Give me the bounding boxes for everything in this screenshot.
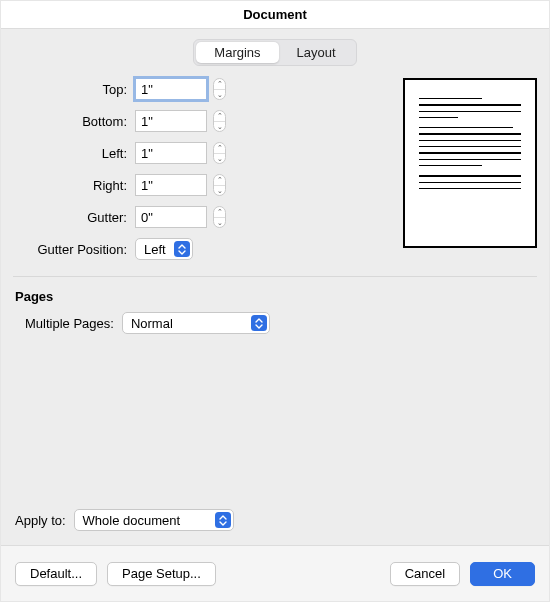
stepper-down-icon[interactable]: ⌄ bbox=[214, 186, 225, 196]
apply-to-value: Whole document bbox=[83, 513, 181, 528]
apply-to-popup[interactable]: Whole document bbox=[74, 509, 234, 531]
right-margin-row: Right: ⌃ ⌄ bbox=[13, 174, 385, 196]
stepper-down-icon[interactable]: ⌄ bbox=[214, 218, 225, 228]
tab-margins[interactable]: Margins bbox=[196, 42, 278, 63]
top-input[interactable] bbox=[135, 78, 207, 100]
gutter-position-popup[interactable]: Left bbox=[135, 238, 193, 260]
gutter-position-value: Left bbox=[144, 242, 166, 257]
default-button[interactable]: Default... bbox=[15, 562, 97, 586]
right-input[interactable] bbox=[135, 174, 207, 196]
top-margin-row: Top: ⌃ ⌄ bbox=[13, 78, 385, 100]
stepper-up-icon[interactable]: ⌃ bbox=[214, 111, 225, 122]
bottom-input[interactable] bbox=[135, 110, 207, 132]
multiple-pages-row: Multiple Pages: Normal bbox=[25, 312, 537, 334]
ok-button[interactable]: OK bbox=[470, 562, 535, 586]
pages-heading: Pages bbox=[15, 289, 537, 304]
left-stepper[interactable]: ⌃ ⌄ bbox=[213, 142, 226, 164]
document-dialog: Document Margins Layout Top: ⌃ ⌄ bbox=[0, 0, 550, 602]
tab-layout[interactable]: Layout bbox=[279, 42, 354, 63]
stepper-up-icon[interactable]: ⌃ bbox=[214, 143, 225, 154]
chevrons-icon bbox=[215, 512, 231, 528]
chevrons-icon bbox=[174, 241, 190, 257]
multiple-pages-label: Multiple Pages: bbox=[25, 316, 114, 331]
gutter-position-label: Gutter Position: bbox=[13, 242, 135, 257]
segmented-control: Margins Layout bbox=[193, 39, 356, 66]
multiple-pages-popup[interactable]: Normal bbox=[122, 312, 270, 334]
bottom-stepper[interactable]: ⌃ ⌄ bbox=[213, 110, 226, 132]
stepper-down-icon[interactable]: ⌄ bbox=[214, 154, 225, 164]
right-label: Right: bbox=[13, 178, 135, 193]
content-area: Margins Layout Top: ⌃ ⌄ Bottom: bbox=[1, 29, 549, 545]
apply-to-row: Apply to: Whole document bbox=[15, 509, 537, 531]
window-title: Document bbox=[243, 7, 307, 22]
left-label: Left: bbox=[13, 146, 135, 161]
margins-section: Top: ⌃ ⌄ Bottom: ⌃ ⌄ Left: bbox=[13, 78, 537, 270]
stepper-down-icon[interactable]: ⌄ bbox=[214, 122, 225, 132]
gutter-row: Gutter: ⌃ ⌄ bbox=[13, 206, 385, 228]
chevrons-icon bbox=[251, 315, 267, 331]
stepper-up-icon[interactable]: ⌃ bbox=[214, 207, 225, 218]
left-input[interactable] bbox=[135, 142, 207, 164]
stepper-up-icon[interactable]: ⌃ bbox=[214, 79, 225, 90]
apply-to-label: Apply to: bbox=[15, 513, 66, 528]
right-stepper[interactable]: ⌃ ⌄ bbox=[213, 174, 226, 196]
top-label: Top: bbox=[13, 82, 135, 97]
top-stepper[interactable]: ⌃ ⌄ bbox=[213, 78, 226, 100]
gutter-position-row: Gutter Position: Left bbox=[13, 238, 385, 260]
spacer bbox=[13, 334, 537, 509]
tabs-container: Margins Layout bbox=[13, 39, 537, 66]
margin-fields: Top: ⌃ ⌄ Bottom: ⌃ ⌄ Left: bbox=[13, 78, 385, 270]
gutter-input[interactable] bbox=[135, 206, 207, 228]
divider bbox=[13, 276, 537, 277]
stepper-up-icon[interactable]: ⌃ bbox=[214, 175, 225, 186]
gutter-stepper[interactable]: ⌃ ⌄ bbox=[213, 206, 226, 228]
footer: Default... Page Setup... Cancel OK bbox=[1, 545, 549, 601]
page-setup-button[interactable]: Page Setup... bbox=[107, 562, 216, 586]
left-margin-row: Left: ⌃ ⌄ bbox=[13, 142, 385, 164]
bottom-margin-row: Bottom: ⌃ ⌄ bbox=[13, 110, 385, 132]
bottom-label: Bottom: bbox=[13, 114, 135, 129]
pages-section: Pages Multiple Pages: Normal bbox=[13, 289, 537, 334]
multiple-pages-value: Normal bbox=[131, 316, 173, 331]
gutter-label: Gutter: bbox=[13, 210, 135, 225]
stepper-down-icon[interactable]: ⌄ bbox=[214, 90, 225, 100]
page-preview bbox=[403, 78, 537, 248]
cancel-button[interactable]: Cancel bbox=[390, 562, 460, 586]
title-bar: Document bbox=[1, 1, 549, 29]
